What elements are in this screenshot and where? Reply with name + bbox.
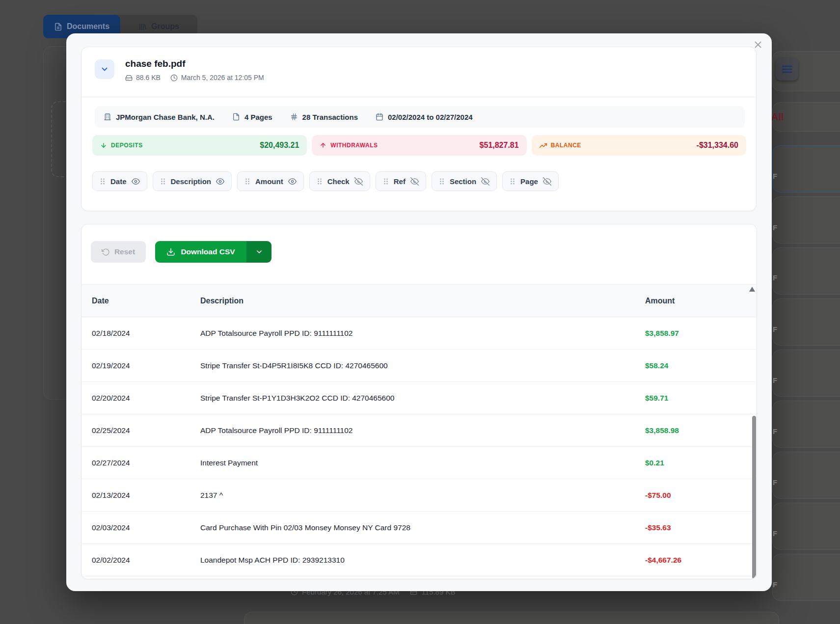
eye-icon[interactable] bbox=[288, 177, 297, 186]
column-toggle-check[interactable]: Check bbox=[309, 171, 370, 191]
cell-date: 02/19/2024 bbox=[92, 350, 130, 382]
table-row: 02/20/2024 Stripe Transfer St-P1Y1D3H3K2… bbox=[81, 382, 757, 414]
eye-off-icon[interactable] bbox=[543, 177, 551, 186]
background-card bbox=[772, 503, 840, 550]
cell-date: 02/27/2024 bbox=[92, 447, 130, 479]
bank-name: JPMorgan Chase Bank, N.A. bbox=[116, 113, 215, 121]
cell-date: 02/02/2024 bbox=[92, 544, 130, 576]
bank-building-icon bbox=[104, 113, 111, 121]
header-description: Description bbox=[200, 285, 244, 317]
pdf-badge-fragment: F bbox=[773, 529, 777, 538]
divider bbox=[81, 97, 756, 97]
pdf-badge-fragment: F bbox=[773, 325, 777, 333]
column-toggle-ref[interactable]: Ref bbox=[376, 171, 426, 191]
hamburger-menu-icon[interactable] bbox=[776, 58, 798, 81]
document-icon bbox=[54, 23, 62, 31]
drag-handle-icon[interactable] bbox=[439, 178, 445, 185]
background-card bbox=[772, 298, 840, 346]
column-toggles: Date Description Amount Check Ref bbox=[92, 171, 559, 191]
rotate-ccw-icon bbox=[102, 248, 110, 256]
cell-description: Interest Payment bbox=[200, 447, 258, 479]
background-card bbox=[772, 401, 840, 448]
cell-amount: $58.24 bbox=[645, 350, 668, 382]
cell-date: 02/03/2024 bbox=[92, 512, 130, 544]
table-row: 02/13/2024 2137 ^ -$75.00 bbox=[81, 479, 757, 512]
table-row: 02/27/2024 Interest Payment $0.21 bbox=[81, 447, 757, 479]
eye-off-icon[interactable] bbox=[354, 177, 363, 186]
drag-handle-icon[interactable] bbox=[510, 178, 515, 185]
cell-description: Loandepot Msp ACH PPD ID: 2939213310 bbox=[200, 544, 345, 576]
eye-icon[interactable] bbox=[132, 177, 140, 186]
cell-amount: $59.71 bbox=[645, 382, 668, 414]
column-label: Page bbox=[520, 177, 538, 186]
withdrawals-stat-card: WITHDRAWALS $51,827.81 bbox=[312, 135, 526, 156]
scroll-up-arrow-icon[interactable] bbox=[749, 287, 755, 292]
file-name: chase feb.pdf bbox=[125, 55, 264, 69]
statement-date-range: 02/02/2024 to 02/27/2024 bbox=[388, 113, 473, 121]
download-options-button[interactable] bbox=[246, 241, 271, 263]
background-card-selected bbox=[772, 145, 840, 192]
reset-button[interactable]: Reset bbox=[91, 241, 146, 263]
trending-up-icon bbox=[540, 142, 547, 149]
background-card bbox=[772, 247, 840, 295]
column-label: Amount bbox=[255, 177, 283, 186]
calendar-icon bbox=[376, 113, 383, 121]
file-title-row: chase feb.pdf 88.6 KB March 5, 2026 at 1… bbox=[95, 55, 264, 81]
cell-description: ADP Totalsource Payroll PPD ID: 91111111… bbox=[200, 317, 352, 350]
cell-description: 2137 ^ bbox=[200, 479, 223, 512]
withdrawals-value: $51,827.81 bbox=[480, 141, 519, 150]
table-row: 02/02/2024 Loandepot Msp ACH PPD ID: 293… bbox=[81, 544, 757, 576]
column-label: Date bbox=[110, 177, 127, 186]
pdf-badge-fragment: F bbox=[773, 172, 777, 180]
eye-off-icon[interactable] bbox=[410, 177, 419, 186]
library-icon bbox=[138, 23, 147, 31]
header-date: Date bbox=[92, 285, 109, 317]
column-toggle-amount[interactable]: Amount bbox=[237, 171, 304, 191]
table-row: 02/18/2024 ADP Totalsource Payroll PPD I… bbox=[81, 317, 757, 350]
eye-off-icon[interactable] bbox=[481, 177, 489, 186]
eye-icon[interactable] bbox=[216, 177, 224, 186]
drag-handle-icon[interactable] bbox=[100, 178, 106, 185]
background-card bbox=[772, 554, 840, 601]
cell-amount: -$75.00 bbox=[645, 479, 671, 512]
cell-date: 02/18/2024 bbox=[92, 317, 130, 350]
table-body: 02/18/2024 ADP Totalsource Payroll PPD I… bbox=[81, 317, 757, 576]
balance-stat-card: BALANCE -$31,334.60 bbox=[532, 135, 746, 156]
table-toolbar: Reset Download CSV bbox=[91, 241, 271, 263]
column-label: Ref bbox=[394, 177, 406, 186]
hash-icon bbox=[290, 113, 298, 121]
column-label: Section bbox=[450, 177, 476, 186]
column-toggle-description[interactable]: Description bbox=[153, 171, 232, 191]
statement-info-bar: JPMorgan Chase Bank, N.A. 4 Pages 28 Tra… bbox=[95, 106, 745, 128]
table-header: Date Description Amount bbox=[81, 284, 757, 317]
arrow-up-icon bbox=[320, 142, 326, 149]
column-toggle-section[interactable]: Section bbox=[432, 171, 497, 191]
collapse-toggle-button[interactable] bbox=[95, 59, 114, 79]
pdf-badge-fragment: F bbox=[773, 478, 777, 487]
drag-handle-icon[interactable] bbox=[244, 178, 250, 185]
document-preview-modal: chase feb.pdf 88.6 KB March 5, 2026 at 1… bbox=[66, 33, 772, 591]
drag-handle-icon[interactable] bbox=[383, 178, 389, 185]
pdf-badge-fragment: F bbox=[773, 273, 777, 282]
withdrawals-label: WITHDRAWALS bbox=[330, 142, 378, 149]
drag-handle-icon[interactable] bbox=[160, 178, 166, 185]
page-count: 4 Pages bbox=[244, 113, 272, 121]
scrollbar-thumb[interactable] bbox=[752, 416, 756, 579]
column-label: Check bbox=[327, 177, 350, 186]
pdf-badge-fragment: F bbox=[773, 376, 777, 384]
download-csv-button[interactable]: Download CSV bbox=[155, 241, 246, 263]
column-toggle-page[interactable]: Page bbox=[502, 171, 559, 191]
column-toggle-date[interactable]: Date bbox=[92, 171, 147, 191]
balance-value: -$31,334.60 bbox=[697, 141, 738, 150]
cell-description: Stripe Transfer St-P1Y1D3H3K2O2 CCD ID: … bbox=[200, 382, 394, 414]
deposits-label: DEPOSITS bbox=[111, 142, 143, 149]
clock-icon bbox=[170, 74, 178, 81]
header-amount: Amount bbox=[645, 285, 675, 317]
tab-label: Documents bbox=[67, 22, 109, 31]
deposits-value: $20,493.21 bbox=[260, 141, 299, 150]
table-row: 02/25/2024 ADP Totalsource Payroll PPD I… bbox=[81, 414, 757, 447]
filter-all-label: All bbox=[771, 111, 784, 123]
document-summary-card: chase feb.pdf 88.6 KB March 5, 2026 at 1… bbox=[81, 47, 757, 211]
background-card bbox=[772, 452, 840, 499]
drag-handle-icon[interactable] bbox=[317, 178, 323, 185]
